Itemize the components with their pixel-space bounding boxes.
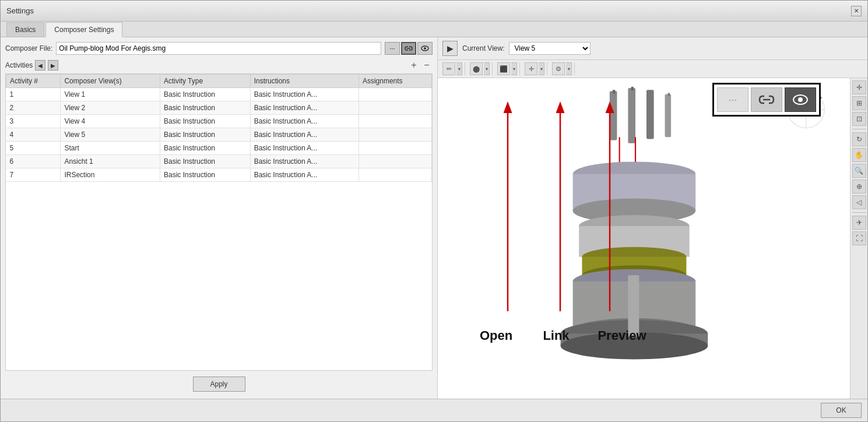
add-activity-button[interactable]: + bbox=[408, 59, 420, 71]
ok-btn-row: OK bbox=[1, 399, 867, 421]
cell-num: 2 bbox=[6, 101, 61, 115]
file-open-button[interactable]: ··· bbox=[385, 42, 400, 55]
ok-button[interactable]: OK bbox=[821, 403, 862, 418]
tool-circle-arrow[interactable]: ▾ bbox=[484, 62, 490, 75]
tab-basics[interactable]: Basics bbox=[6, 22, 44, 37]
cell-instructions: Basic Instruction A... bbox=[250, 142, 359, 155]
table-body: 1 View 1 Basic Instruction Basic Instruc… bbox=[6, 88, 432, 182]
file-link-button[interactable] bbox=[401, 42, 416, 55]
zoom-fit-button[interactable]: ⊞ bbox=[852, 96, 866, 110]
right-panel: ▶ Current View: View 1View 2View 4View 5… bbox=[438, 37, 867, 399]
tool-divider2 bbox=[852, 212, 866, 213]
cell-assignments bbox=[359, 142, 431, 155]
composer-file-label: Composer File: bbox=[5, 44, 52, 52]
cell-type: Basic Instruction bbox=[160, 115, 251, 128]
expand-button[interactable]: ⊡ bbox=[852, 112, 866, 126]
svg-rect-8 bbox=[646, 90, 654, 139]
svg-rect-5 bbox=[613, 90, 615, 93]
cell-type: Basic Instruction bbox=[160, 88, 251, 101]
cell-num: 6 bbox=[6, 155, 61, 168]
table-row[interactable]: 7 IRSection Basic Instruction Basic Inst… bbox=[6, 168, 432, 182]
remove-activity-button[interactable]: − bbox=[421, 59, 433, 71]
table-header-row: Activity # Composer View(s) Activity Typ… bbox=[6, 75, 432, 88]
cell-view: Start bbox=[61, 142, 160, 155]
nav-next-button[interactable]: ▶ bbox=[48, 60, 58, 71]
col-assignments: Assignments bbox=[359, 75, 431, 88]
tool-pencil-button[interactable]: ✏ bbox=[442, 62, 455, 75]
cell-type: Basic Instruction bbox=[160, 128, 251, 142]
title-bar: Settings ✕ bbox=[1, 1, 867, 22]
svg-rect-9 bbox=[665, 94, 672, 138]
tool-group-4: ✛ ▾ bbox=[525, 62, 547, 75]
activities-controls: + − bbox=[408, 59, 433, 71]
table-row[interactable]: 6 Ansicht 1 Basic Instruction Basic Inst… bbox=[6, 155, 432, 168]
apply-button[interactable]: Apply bbox=[193, 377, 245, 392]
cell-assignments bbox=[359, 101, 431, 115]
airplane-button[interactable]: ✈ bbox=[852, 216, 866, 230]
cell-type: Basic Instruction bbox=[160, 155, 251, 168]
table-row[interactable]: 5 Start Basic Instruction Basic Instruct… bbox=[6, 142, 432, 155]
file-preview-button[interactable] bbox=[417, 42, 433, 55]
svg-rect-4 bbox=[610, 91, 617, 140]
tool-layers-button[interactable]: ⬛ bbox=[497, 62, 510, 75]
composer-file-input[interactable] bbox=[56, 42, 381, 55]
tool-circle-button[interactable]: ⬤ bbox=[470, 62, 483, 75]
tool-group-5: ⚙ ▾ bbox=[552, 62, 575, 75]
cell-assignments bbox=[359, 88, 431, 101]
dots-icon: ··· bbox=[389, 45, 395, 52]
cell-assignments bbox=[359, 115, 431, 128]
cell-instructions: Basic Instruction A... bbox=[250, 115, 359, 128]
tool-gear-button[interactable]: ⚙ bbox=[552, 62, 565, 75]
activities-header: Activities ◀ ▶ + − bbox=[5, 59, 433, 71]
cell-num: 3 bbox=[6, 115, 61, 128]
model-view-svg bbox=[438, 78, 867, 399]
move-tool-button[interactable]: ✛ bbox=[852, 80, 866, 94]
tab-composer-settings[interactable]: Composer Settings bbox=[45, 22, 122, 37]
tool-group-3: ⬛ ▾ bbox=[497, 62, 520, 75]
table-row[interactable]: 2 View 2 Basic Instruction Basic Instruc… bbox=[6, 101, 432, 115]
cell-instructions: Basic Instruction A... bbox=[250, 88, 359, 101]
activities-label-group: Activities ◀ ▶ bbox=[5, 60, 58, 71]
zoom-area-button[interactable]: ⊕ bbox=[852, 180, 866, 194]
close-button[interactable]: ✕ bbox=[851, 6, 862, 16]
composer-file-row: Composer File: ··· bbox=[5, 42, 433, 55]
view-toolbar: ▶ Current View: View 1View 2View 4View 5… bbox=[438, 37, 867, 60]
tool-cursor-arrow[interactable]: ▾ bbox=[539, 62, 544, 75]
file-buttons: ··· bbox=[385, 42, 433, 55]
zoom-tool-button[interactable]: 🔍 bbox=[852, 164, 866, 178]
tool-pencil-arrow[interactable]: ▾ bbox=[456, 62, 462, 75]
cell-view: Ansicht 1 bbox=[61, 155, 160, 168]
pan-tool-button[interactable]: ✋ bbox=[852, 148, 866, 162]
title-bar-controls: ✕ bbox=[851, 6, 862, 16]
annotation-callout-box: ··· bbox=[712, 83, 821, 117]
view-select[interactable]: View 1View 2View 4View 5StartAnsicht 1IR… bbox=[509, 42, 591, 55]
left-panel: Composer File: ··· bbox=[1, 37, 438, 399]
tool-layers-arrow[interactable]: ▾ bbox=[511, 62, 517, 75]
cell-type: Basic Instruction bbox=[160, 168, 251, 182]
cell-instructions: Basic Instruction A... bbox=[250, 155, 359, 168]
svg-rect-7 bbox=[631, 87, 634, 90]
table-row[interactable]: 3 View 4 Basic Instruction Basic Instruc… bbox=[6, 115, 432, 128]
open-icon-preview: ··· bbox=[717, 87, 748, 112]
link-preview-svg bbox=[758, 92, 775, 108]
col-composer-view: Composer View(s) bbox=[61, 75, 160, 88]
tool-cursor-button[interactable]: ✛ bbox=[525, 62, 537, 75]
prev-zoom-button[interactable]: ◁ bbox=[852, 195, 866, 209]
cell-assignments bbox=[359, 128, 431, 142]
tool-group-2: ⬤ ▾ bbox=[470, 62, 493, 75]
col-activity-num: Activity # bbox=[6, 75, 61, 88]
svg-point-39 bbox=[798, 97, 803, 102]
nav-prev-button[interactable]: ◀ bbox=[35, 60, 45, 71]
side-tools: ✛ ⊞ ⊡ ↻ ✋ 🔍 ⊕ ◁ ✈ ⛶ bbox=[850, 78, 867, 399]
tool-gear-arrow[interactable]: ▾ bbox=[566, 62, 572, 75]
col-activity-type: Activity Type bbox=[160, 75, 251, 88]
table-row[interactable]: 4 View 5 Basic Instruction Basic Instruc… bbox=[6, 128, 432, 142]
eye-preview-svg bbox=[792, 92, 809, 108]
play-button[interactable]: ▶ bbox=[442, 41, 458, 56]
fullscreen-button[interactable]: ⛶ bbox=[852, 231, 866, 245]
table-row[interactable]: 1 View 1 Basic Instruction Basic Instruc… bbox=[6, 88, 432, 101]
activities-text: Activities bbox=[5, 61, 33, 69]
activities-table: Activity # Composer View(s) Activity Typ… bbox=[6, 74, 432, 182]
rotate-tool-button[interactable]: ↻ bbox=[852, 132, 866, 146]
svg-point-2 bbox=[424, 47, 426, 50]
